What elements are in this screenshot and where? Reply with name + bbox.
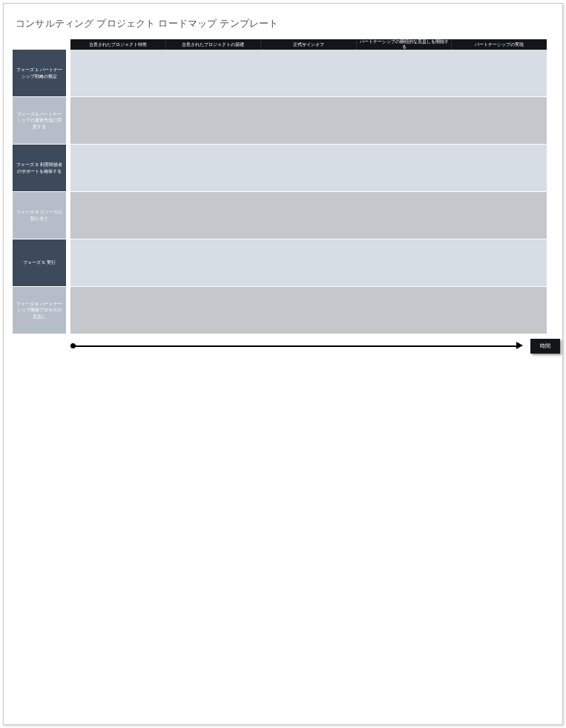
phase-column: フェーズ 1: パートナーシップ戦略の策定 フェーズ2:パートナーシップの運営方… — [13, 39, 66, 334]
stage-columns: 合意されたプロジェクト特性 合意されたプロジェクトの基礎 正式サインオフ パート… — [70, 39, 547, 334]
grid-row-1 — [70, 50, 547, 96]
arrow-right-icon — [516, 342, 523, 349]
document-page: コンサルティング プロジェクト ロードマップ テンプレート フェーズ 1: パー… — [3, 3, 563, 725]
grid-row-2 — [70, 97, 547, 144]
phase-1: フェーズ 1: パートナーシップ戦略の策定 — [13, 50, 66, 96]
column-header-2: 合意されたプロジェクトの基礎 — [166, 39, 262, 50]
grid-row-5 — [70, 239, 547, 286]
column-header-3: 正式サインオフ — [261, 39, 357, 50]
column-header-1: 合意されたプロジェクト特性 — [70, 39, 166, 50]
phase-3: フェーズ 3: 利害関係者のサポートを確保する — [13, 145, 66, 191]
timeline: 時間 — [70, 337, 560, 354]
column-header-row: 合意されたプロジェクト特性 合意されたプロジェクトの基礎 正式サインオフ パート… — [70, 39, 547, 50]
grid-row-6 — [70, 287, 547, 334]
grid-row-4 — [70, 192, 547, 239]
grid-row-3 — [70, 145, 547, 191]
phase-5: フェーズ 5: 実行 — [13, 239, 66, 286]
page-title: コンサルティング プロジェクト ロードマップ テンプレート — [16, 17, 555, 30]
phase-6: フェーズ 6: パートナーシップ開発プロセスの見直し — [13, 287, 66, 334]
timeline-line — [74, 345, 519, 347]
column-header-5: パートナーシップの実現 — [452, 39, 547, 50]
timeline-label: 時間 — [530, 339, 560, 354]
phase-2: フェーズ2:パートナーシップの運営方法に同意する — [13, 97, 66, 144]
column-header-4: パートナーシップの継続的な見直しを開始する — [357, 39, 453, 50]
roadmap-grid: フェーズ 1: パートナーシップ戦略の策定 フェーズ2:パートナーシップの運営方… — [13, 39, 547, 354]
phase-4: フェーズ 4: リソースの割り当て — [13, 192, 66, 239]
